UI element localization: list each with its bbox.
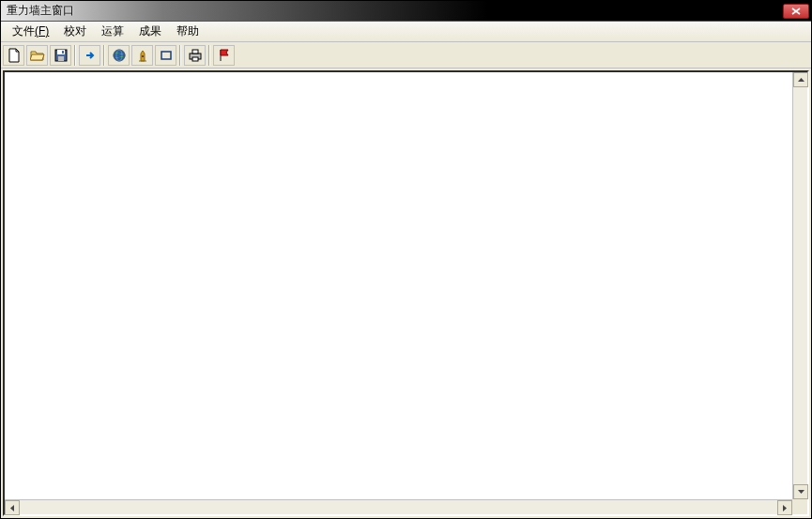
open-button[interactable]: [26, 45, 48, 66]
svg-rect-8: [161, 52, 171, 59]
printer-icon: [188, 48, 203, 63]
toolbar-separator: [208, 45, 210, 66]
flag-button[interactable]: [213, 45, 235, 66]
svg-rect-11: [192, 57, 198, 61]
globe-button[interactable]: [108, 45, 130, 66]
arrow-button[interactable]: [79, 45, 100, 66]
globe-icon: [112, 48, 127, 63]
chevron-left-icon: [10, 505, 14, 511]
open-folder-icon: [30, 48, 45, 63]
scroll-down-button[interactable]: [793, 484, 808, 499]
toolbar-separator: [103, 45, 105, 66]
client-area: [1, 69, 811, 518]
content-frame: [3, 70, 809, 516]
horizontal-scrollbar[interactable]: [5, 499, 792, 514]
chevron-down-icon: [798, 490, 804, 494]
rect-button[interactable]: [155, 45, 176, 66]
tower-icon: [135, 48, 150, 63]
chevron-right-icon: [783, 505, 787, 511]
scroll-right-button[interactable]: [777, 500, 792, 515]
flag-icon: [217, 48, 232, 63]
menu-check-label: 校对: [64, 24, 86, 38]
menu-help[interactable]: 帮助: [169, 22, 207, 41]
tower-button[interactable]: [131, 45, 153, 66]
rectangle-icon: [159, 48, 174, 63]
main-window: 重力墙主窗口 文件(F) 校对 运算 成果 帮助: [0, 0, 812, 519]
toolbar-separator: [179, 45, 181, 66]
menu-calc-label: 运算: [101, 24, 124, 38]
scroll-corner: [792, 499, 807, 514]
menu-file-label: 文件: [12, 24, 35, 38]
menu-check[interactable]: 校对: [56, 22, 94, 41]
close-button[interactable]: [783, 4, 809, 19]
save-disk-icon: [54, 48, 69, 63]
svg-rect-10: [192, 50, 198, 53]
print-button[interactable]: [184, 45, 206, 66]
save-button[interactable]: [50, 45, 71, 66]
svg-rect-2: [58, 56, 64, 61]
scroll-left-button[interactable]: [5, 500, 20, 515]
new-file-icon: [7, 48, 22, 63]
title-bar[interactable]: 重力墙主窗口: [1, 1, 811, 22]
menu-file-accel: (F): [35, 24, 49, 38]
content-area[interactable]: [5, 72, 792, 499]
svg-rect-3: [62, 51, 64, 53]
svg-rect-7: [142, 55, 144, 57]
chevron-up-icon: [798, 78, 804, 82]
scroll-track[interactable]: [793, 87, 807, 484]
close-icon: [791, 8, 801, 15]
menu-result[interactable]: 成果: [131, 22, 169, 41]
arrow-right-icon: [83, 48, 98, 63]
vertical-scrollbar[interactable]: [792, 72, 807, 499]
toolbar-separator: [74, 45, 76, 66]
menu-calc[interactable]: 运算: [94, 22, 131, 41]
new-button[interactable]: [3, 45, 24, 66]
toolbar: [1, 42, 811, 69]
menu-file[interactable]: 文件(F): [5, 22, 56, 41]
menu-bar: 文件(F) 校对 运算 成果 帮助: [1, 22, 811, 42]
menu-help-label: 帮助: [176, 24, 199, 38]
scroll-track[interactable]: [20, 500, 777, 514]
window-title: 重力墙主窗口: [7, 3, 74, 19]
scroll-up-button[interactable]: [793, 72, 808, 87]
menu-result-label: 成果: [139, 24, 161, 38]
